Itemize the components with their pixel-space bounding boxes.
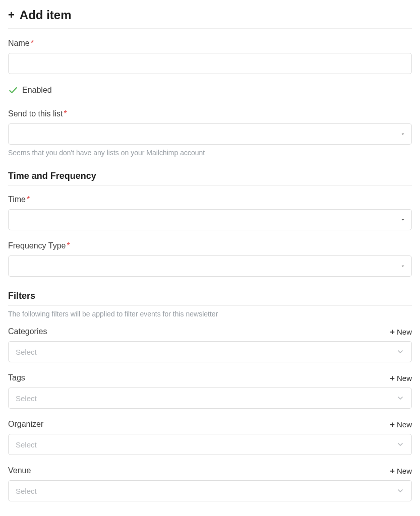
categories-placeholder: Select	[16, 348, 37, 356]
required-marker: *	[64, 109, 67, 118]
new-link-label: New	[397, 467, 412, 475]
send-to-list-label: Send to this list*	[8, 109, 412, 118]
send-to-list-field-group: Send to this list* Seems that you don't …	[8, 109, 412, 157]
plus-icon: +	[390, 374, 395, 382]
time-label: Time*	[8, 195, 412, 204]
send-to-list-help: Seems that you don't have any lists on y…	[8, 149, 412, 157]
chevron-down-icon	[396, 348, 404, 356]
organizer-label: Organizer	[8, 420, 43, 429]
frequency-type-field-group: Frequency Type*	[8, 241, 412, 277]
categories-field-group: Categories + New Select	[8, 327, 412, 362]
tags-field-group: Tags + New Select	[8, 373, 412, 409]
venue-field-group: Venue + New Select	[8, 466, 412, 501]
name-label: Name*	[8, 39, 412, 48]
new-link-label: New	[397, 328, 412, 336]
frequency-type-label: Frequency Type*	[8, 241, 412, 250]
filters-subtext: The following filters will be applied to…	[8, 310, 412, 318]
page-title: Add item	[20, 8, 72, 22]
page-heading: + Add item	[8, 8, 412, 29]
filters-heading: Filters	[8, 291, 412, 306]
plus-icon: +	[390, 328, 395, 336]
new-link-label: New	[397, 420, 412, 429]
categories-label: Categories	[8, 327, 47, 336]
frequency-type-select[interactable]	[8, 255, 412, 277]
name-input[interactable]	[8, 53, 412, 74]
organizer-placeholder: Select	[16, 440, 37, 449]
new-link-label: New	[397, 374, 412, 382]
time-frequency-heading: Time and Frequency	[8, 171, 412, 186]
chevron-down-icon	[396, 440, 404, 448]
enabled-toggle[interactable]: Enabled	[8, 85, 412, 95]
enabled-label: Enabled	[22, 86, 52, 95]
categories-select[interactable]: Select	[8, 341, 412, 362]
required-marker: *	[27, 195, 30, 204]
organizer-field-group: Organizer + New Select	[8, 420, 412, 455]
categories-new-link[interactable]: + New	[390, 328, 412, 336]
plus-icon: +	[390, 467, 395, 475]
organizer-select[interactable]: Select	[8, 434, 412, 455]
plus-icon: +	[8, 10, 15, 21]
check-icon	[8, 85, 18, 95]
organizer-new-link[interactable]: + New	[390, 420, 412, 429]
tags-placeholder: Select	[16, 394, 37, 403]
required-marker: *	[67, 241, 70, 250]
venue-select[interactable]: Select	[8, 480, 412, 501]
chevron-down-icon	[396, 394, 404, 402]
time-select[interactable]	[8, 209, 412, 230]
tags-label: Tags	[8, 373, 25, 382]
tags-new-link[interactable]: + New	[390, 374, 412, 382]
plus-icon: +	[390, 420, 395, 429]
time-field-group: Time*	[8, 195, 412, 230]
venue-label: Venue	[8, 466, 31, 475]
tags-select[interactable]: Select	[8, 388, 412, 409]
name-field-group: Name*	[8, 39, 412, 74]
send-to-list-select[interactable]	[8, 123, 412, 145]
venue-placeholder: Select	[16, 487, 37, 495]
required-marker: *	[31, 39, 34, 47]
venue-new-link[interactable]: + New	[390, 467, 412, 475]
chevron-down-icon	[396, 487, 404, 495]
